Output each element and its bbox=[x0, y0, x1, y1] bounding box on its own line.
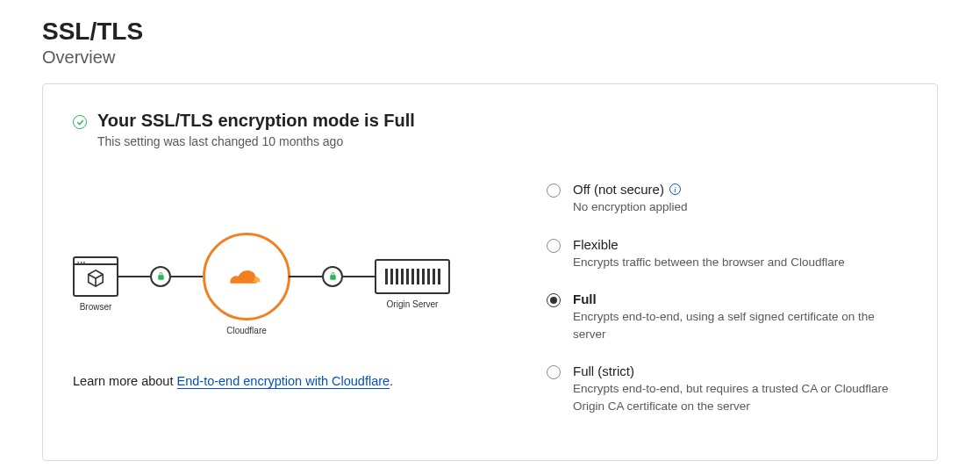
option-desc: Encrypts end-to-end, but requires a trus… bbox=[573, 380, 907, 414]
browser-node: ●●● Browser bbox=[73, 256, 118, 312]
connector-left bbox=[117, 266, 204, 303]
option-label: Off (not secure) i bbox=[573, 182, 688, 197]
option-off[interactable]: Off (not secure) i No encryption applied bbox=[547, 182, 907, 216]
browser-label: Browser bbox=[80, 302, 112, 312]
option-label-text: Full (strict) bbox=[573, 363, 634, 378]
option-desc: No encryption applied bbox=[573, 198, 688, 216]
radio-button[interactable] bbox=[547, 239, 561, 253]
status-subtext: This setting was last changed 10 months … bbox=[97, 134, 415, 148]
option-desc: Encrypts traffic between the browser and… bbox=[573, 254, 845, 271]
learn-more: Learn more about End-to-end encryption w… bbox=[73, 374, 494, 388]
status-heading: Your SSL/TLS encryption mode is Full bbox=[97, 111, 415, 131]
learn-more-suffix: . bbox=[390, 374, 393, 388]
cloudflare-label: Cloudflare bbox=[226, 326, 267, 335]
page-subtitle: Overview bbox=[42, 47, 938, 68]
learn-more-link[interactable]: End-to-end encryption with Cloudflare bbox=[177, 374, 390, 389]
option-desc: Encrypts end-to-end, using a self signed… bbox=[573, 308, 907, 342]
option-flexible[interactable]: Flexible Encrypts traffic between the br… bbox=[547, 237, 907, 271]
info-icon[interactable]: i bbox=[669, 184, 681, 195]
option-full[interactable]: Full Encrypts end-to-end, using a self s… bbox=[547, 291, 907, 342]
encryption-diagram: ●●● Browser bbox=[73, 233, 494, 335]
check-circle-icon bbox=[73, 115, 87, 129]
cloudflare-node: Cloudflare bbox=[203, 233, 290, 335]
cloudflare-icon bbox=[203, 233, 290, 320]
option-label: Full (strict) bbox=[573, 363, 907, 378]
radio-button[interactable] bbox=[547, 184, 561, 198]
option-label-text: Flexible bbox=[573, 237, 619, 252]
option-label-text: Full bbox=[573, 291, 597, 306]
page-title: SSL/TLS bbox=[42, 18, 938, 46]
connector-right bbox=[289, 266, 376, 303]
server-icon bbox=[375, 259, 450, 294]
status-row: Your SSL/TLS encryption mode is Full Thi… bbox=[73, 111, 907, 148]
origin-label: Origin Server bbox=[387, 299, 439, 309]
lock-icon bbox=[150, 266, 171, 287]
option-full-strict[interactable]: Full (strict) Encrypts end-to-end, but r… bbox=[547, 363, 907, 414]
option-label: Flexible bbox=[573, 237, 845, 252]
option-label: Full bbox=[573, 291, 907, 306]
ssl-options: Off (not secure) i No encryption applied… bbox=[547, 182, 907, 435]
option-label-text: Off (not secure) bbox=[573, 182, 664, 197]
radio-button[interactable] bbox=[547, 365, 561, 379]
browser-icon: ●●● bbox=[73, 256, 118, 297]
ssl-mode-card: Your SSL/TLS encryption mode is Full Thi… bbox=[42, 83, 938, 461]
learn-more-prefix: Learn more about bbox=[73, 374, 177, 388]
lock-icon bbox=[322, 266, 343, 287]
radio-button[interactable] bbox=[547, 293, 561, 307]
origin-node: Origin Server bbox=[375, 259, 450, 309]
